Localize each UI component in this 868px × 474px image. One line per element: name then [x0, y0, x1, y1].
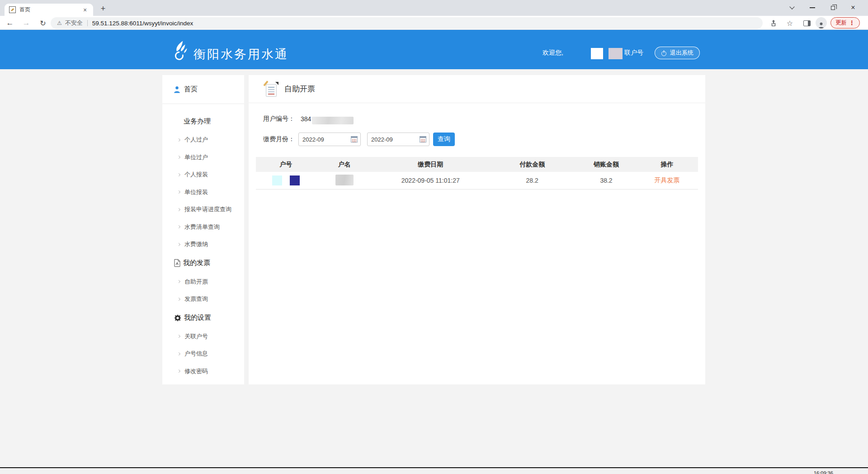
back-button[interactable] [5, 18, 15, 28]
taskbar-strip: 16:09:36 [0, 468, 868, 474]
chevron-right-icon [177, 156, 180, 159]
col-header-action: 操作 [636, 161, 698, 169]
security-label[interactable]: 不安全 [65, 19, 83, 27]
table-header-row: 户号 户名 缴费日期 付款金额 销账金额 操作 [256, 157, 698, 172]
url-text[interactable]: 59.51.125.88:6011/wsyyt/invoic/index [92, 20, 193, 27]
month-to-input[interactable] [368, 136, 415, 143]
forward-button[interactable] [21, 18, 32, 28]
window-minimize-button[interactable] [809, 5, 816, 11]
month-to-field[interactable] [367, 133, 429, 146]
bookmark-star-icon[interactable] [785, 18, 795, 28]
chevron-right-icon [177, 173, 180, 176]
browser-menu-icon[interactable] [849, 19, 855, 26]
censored-account-name [335, 175, 354, 185]
censored-username-box [591, 48, 603, 59]
page-title: 自助开票 [284, 84, 315, 94]
calendar-icon[interactable] [351, 136, 358, 142]
month-label: 缴费月份： [263, 135, 295, 143]
side-panel-icon[interactable] [802, 18, 812, 28]
chevron-right-icon [177, 225, 180, 228]
main-content-card: 自助开票 用户编号： 384 缴费月份： 查询 户号 户名 缴费日期 付款金额 … [249, 75, 705, 384]
sidebar-item-personal-transfer[interactable]: 个人过户 [162, 131, 244, 149]
cell-pay-amount: 28.2 [488, 177, 576, 184]
power-icon [661, 50, 667, 56]
address-divider [87, 20, 88, 26]
pdf-file-icon [174, 259, 180, 267]
address-bar[interactable]: 不安全 59.51.125.88:6011/wsyyt/invoic/index [51, 17, 763, 29]
tab-title: 首页 [19, 6, 81, 14]
greeting-text: 欢迎您, [542, 49, 563, 57]
logout-label: 退出系统 [670, 49, 693, 57]
not-secure-warning-icon [57, 20, 62, 26]
invoice-icon [265, 81, 278, 97]
linked-account-text: 联户号 [624, 49, 643, 57]
browser-profile-avatar[interactable] [816, 17, 827, 28]
browser-tab-strip: 首页 [0, 0, 868, 16]
invoice-table: 户号 户名 缴费日期 付款金额 销账金额 操作 2022-09-05 11:01… [256, 157, 698, 190]
user-number-value: 384 [301, 115, 311, 123]
card-header: 自助开票 [249, 75, 705, 103]
tab-search-chevron-icon[interactable] [789, 5, 795, 11]
chevron-right-icon [177, 370, 180, 373]
chevron-right-icon [177, 298, 180, 301]
logout-button[interactable]: 退出系统 [655, 47, 700, 59]
chevron-right-icon [177, 243, 180, 246]
sidebar-item-home[interactable]: 首页 [162, 75, 244, 104]
cell-pay-date: 2022-09-05 11:01:27 [373, 177, 488, 184]
taskbar-clock: 16:09:36 [814, 470, 833, 474]
tab-close-icon[interactable] [81, 6, 89, 14]
cell-action: 开具发票 [636, 176, 698, 185]
sidebar-item-self-invoicing[interactable]: 自助开票 [162, 273, 244, 291]
share-icon[interactable] [769, 18, 778, 28]
censored-user-number [312, 117, 354, 124]
table-row: 2022-09-05 11:01:27 28.2 38.2 开具发票 [256, 172, 698, 190]
sidebar-section-my-settings: 我的设置 [162, 308, 244, 328]
chevron-right-icon [177, 190, 180, 194]
sidebar-item-install-progress-query[interactable]: 报装申请进度查询 [162, 201, 244, 218]
censored-account-block-cyan [272, 175, 282, 185]
browser-toolbar: 不安全 59.51.125.88:6011/wsyyt/invoic/index… [0, 16, 868, 30]
issue-invoice-link[interactable]: 开具发票 [654, 176, 679, 184]
month-filter-row: 缴费月份： 查询 [249, 133, 705, 146]
water-logo-icon [174, 40, 189, 61]
browser-update-button[interactable]: 更新 [830, 17, 860, 28]
browser-tab[interactable]: 首页 [5, 4, 93, 16]
sidebar: 首页 业务办理 个人过户 单位过户 个人报装 单位报装 报装申请进度查询 水费清… [162, 75, 244, 384]
sidebar-item-invoice-query[interactable]: 发票查询 [162, 290, 244, 308]
sidebar-item-company-install[interactable]: 单位报装 [162, 184, 244, 201]
sidebar-item-change-password[interactable]: 修改密码 [162, 363, 244, 380]
chevron-right-icon [177, 335, 180, 338]
user-number-row: 用户编号： 384 [249, 114, 705, 124]
month-from-input[interactable] [299, 136, 346, 143]
sidebar-item-water-bill-list-query[interactable]: 水费清单查询 [162, 218, 244, 236]
cell-writeoff-amount: 38.2 [576, 177, 636, 184]
person-icon [174, 86, 180, 93]
reload-button[interactable] [38, 18, 48, 28]
chevron-right-icon [177, 208, 180, 211]
col-header-account-no: 户号 [256, 161, 316, 169]
update-label: 更新 [835, 19, 847, 27]
window-close-button[interactable] [850, 5, 856, 11]
brand-title: 衡阳水务用水通 [193, 46, 288, 62]
col-header-pay-date: 缴费日期 [373, 161, 488, 169]
chevron-right-icon [177, 352, 180, 356]
cell-account-no [256, 175, 316, 185]
chevron-right-icon [177, 280, 180, 283]
col-header-account-name: 户名 [316, 161, 373, 169]
sidebar-section-my-invoices: 我的发票 [162, 253, 244, 273]
sidebar-item-account-info[interactable]: 户号信息 [162, 345, 244, 363]
month-from-field[interactable] [298, 133, 361, 146]
sidebar-item-company-transfer[interactable]: 单位过户 [162, 149, 244, 166]
window-restore-button[interactable] [830, 5, 836, 11]
site-favicon-icon [9, 6, 16, 13]
new-tab-button[interactable] [99, 4, 108, 13]
query-button[interactable]: 查询 [433, 133, 455, 146]
sidebar-item-water-bill-payment[interactable]: 水费缴纳 [162, 236, 244, 253]
col-header-writeoff-amount: 销账金额 [576, 161, 636, 169]
user-number-label: 用户编号： [263, 115, 295, 123]
calendar-icon[interactable] [420, 136, 426, 142]
sidebar-section-business: 业务办理 [162, 111, 244, 131]
cell-account-name [316, 175, 373, 187]
sidebar-item-personal-install[interactable]: 个人报装 [162, 166, 244, 184]
sidebar-item-linked-account[interactable]: 关联户号 [162, 328, 244, 346]
